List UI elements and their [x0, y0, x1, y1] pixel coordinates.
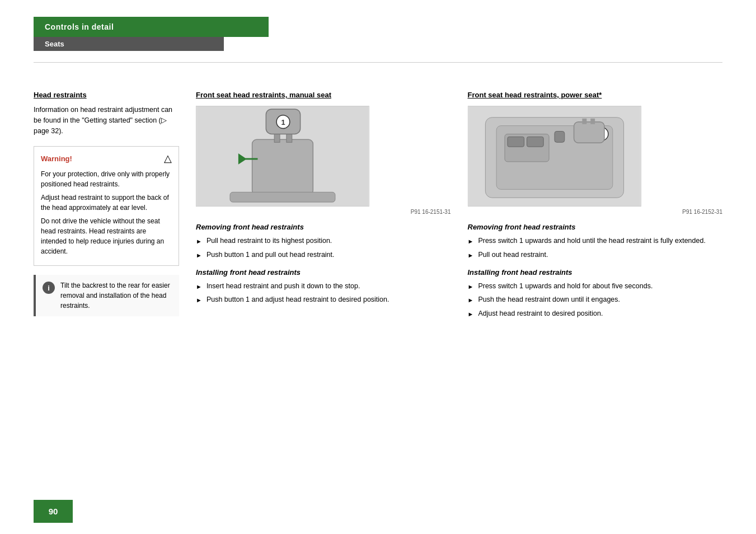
middle-column: Front seat head restraints, manual seat … — [196, 91, 451, 467]
right-removing-title: Removing front head restraints — [468, 223, 723, 231]
bullet-arrow: ► — [468, 296, 474, 305]
warning-item-1: For your protection, drive only with pro… — [41, 169, 172, 189]
list-item: ► Push the head restraint down until it … — [468, 294, 723, 305]
right-installing-item-1: Press switch 1 upwards and hold for abou… — [478, 281, 652, 292]
info-box: i Tilt the backrest to the rear for easi… — [34, 275, 179, 316]
installing-item-2: Push button 1 and adjust head restraint … — [206, 294, 389, 305]
middle-column-title: Front seat head restraints, manual seat — [196, 91, 451, 99]
bullet-arrow: ► — [468, 282, 474, 292]
installing-item-1: Insert head restraint and push it down t… — [206, 281, 360, 292]
list-item: ► Insert head restraint and push it down… — [196, 281, 451, 292]
right-installing-item-2: Push the head restraint down until it en… — [478, 294, 620, 305]
warning-item-3: Do not drive the vehicle without the sea… — [41, 216, 172, 256]
svg-rect-1 — [252, 139, 313, 195]
right-diagram: 1 — [468, 106, 641, 207]
bullet-arrow: ► — [196, 296, 202, 305]
page-wrapper: Controls in detail Seats Head restraints… — [0, 0, 756, 534]
bullet-arrow: ► — [468, 251, 474, 260]
intro-text: Information on head restraint adjustment… — [34, 105, 179, 136]
right-installing-title: Installing front head restraints — [468, 268, 723, 277]
list-item: ► Pull out head restraint. — [468, 250, 723, 260]
svg-text:1: 1 — [281, 118, 285, 127]
main-content: Head restraints Information on head rest… — [0, 74, 756, 489]
page-number: 90 — [34, 500, 73, 523]
bullet-arrow: ► — [468, 237, 474, 246]
right-removing-item-2: Pull out head restraint. — [478, 250, 548, 260]
bullet-arrow: ► — [468, 310, 474, 319]
info-icon: i — [43, 282, 55, 294]
warning-box: Warning! △ For your protection, drive on… — [34, 146, 179, 266]
removing-item-1: Pull head restraint to its highest posit… — [206, 236, 332, 246]
bullet-arrow: ► — [196, 282, 202, 292]
sub-header-title: Seats — [45, 40, 64, 48]
middle-removing-list: ► Pull head restraint to its highest pos… — [196, 236, 451, 260]
list-item: ► Press switch 1 upwards and hold until … — [468, 236, 723, 246]
header-title: Controls in detail — [45, 22, 114, 31]
list-item: ► Pull head restraint to its highest pos… — [196, 236, 451, 246]
bullet-arrow: ► — [196, 251, 202, 260]
footer: 90 — [0, 489, 756, 534]
right-column-title: Front seat head restraints, power seat* — [468, 91, 723, 99]
svg-rect-20 — [582, 119, 586, 124]
removing-item-2: Push button 1 and pull out head restrain… — [206, 250, 335, 260]
sub-header-band: Seats — [34, 37, 224, 51]
warning-icon: △ — [164, 152, 172, 165]
svg-rect-21 — [590, 119, 595, 124]
right-img-caption: P91 16-2152-31 — [468, 209, 723, 215]
right-installing-list: ► Press switch 1 upwards and hold for ab… — [468, 281, 723, 319]
svg-rect-18 — [555, 132, 565, 143]
svg-rect-15 — [527, 137, 543, 147]
svg-rect-14 — [507, 137, 524, 147]
right-removing-item-1: Press switch 1 upwards and hold until th… — [478, 236, 705, 246]
right-column: Front seat head restraints, power seat* … — [468, 91, 723, 467]
right-removing-list: ► Press switch 1 upwards and hold until … — [468, 236, 723, 260]
warning-item-2: Adjust head restraint to support the bac… — [41, 193, 172, 213]
header-band: Controls in detail — [34, 17, 269, 37]
right-installing-item-3: Adjust head restraint to desired positio… — [478, 308, 603, 319]
head-restraints-title: Head restraints — [34, 91, 179, 99]
middle-installing-list: ► Insert head restraint and push it down… — [196, 281, 451, 306]
middle-img-caption: P91 16-2151-31 — [196, 209, 451, 215]
list-item: ► Adjust head restraint to desired posit… — [468, 308, 723, 319]
middle-diagram: 1 — [196, 106, 369, 207]
list-item: ► Push button 1 and adjust head restrain… — [196, 294, 451, 305]
warning-header: Warning! △ — [41, 152, 172, 165]
svg-rect-19 — [574, 122, 604, 143]
middle-removing-title: Removing front head restraints — [196, 223, 451, 231]
left-column: Head restraints Information on head rest… — [34, 91, 179, 467]
list-item: ► Push button 1 and pull out head restra… — [196, 250, 451, 260]
middle-installing-title: Installing front head restraints — [196, 268, 451, 277]
warning-label: Warning! — [41, 154, 72, 163]
bullet-arrow: ► — [196, 237, 202, 246]
svg-rect-9 — [230, 192, 335, 202]
info-text: Tilt the backrest to the rear for easier… — [60, 280, 172, 311]
list-item: ► Press switch 1 upwards and hold for ab… — [468, 281, 723, 292]
